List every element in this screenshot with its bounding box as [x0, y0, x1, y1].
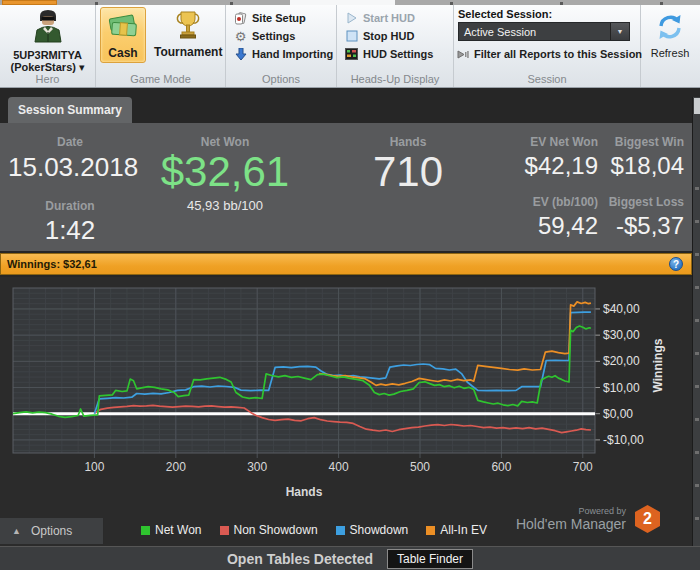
legend-item-non-showdown[interactable]: Non Showdown	[220, 523, 318, 537]
y-axis-title: Winnings	[651, 338, 665, 392]
group-label-session: Session	[454, 73, 640, 85]
date-label: Date	[8, 135, 132, 149]
legend-label: Showdown	[350, 523, 409, 537]
chart-options-label: Options	[31, 524, 72, 538]
legend-label: Non Showdown	[234, 523, 318, 537]
collapsed-side-panel[interactable]	[692, 97, 700, 546]
tab-session-summary[interactable]: Session Summary	[8, 97, 132, 123]
gear-icon: ⚙	[234, 30, 247, 43]
hero-name: 5UP3RMITYA	[13, 49, 82, 61]
net-won-label: Net Won	[140, 135, 310, 149]
side-panel-handle[interactable]	[694, 98, 700, 114]
download-arrow-icon	[234, 48, 247, 61]
refresh-icon	[655, 13, 685, 45]
group-label-hud: Heads-Up Display	[337, 73, 453, 85]
hand-importing-button[interactable]: Hand Importing	[234, 45, 330, 63]
cash-label: Cash	[108, 46, 137, 60]
refresh-label: Refresh	[651, 47, 690, 59]
date-value: 15.03.2018	[8, 152, 132, 183]
svg-text:400: 400	[329, 460, 349, 474]
chevron-down-icon[interactable]: ▼	[610, 23, 629, 40]
app-window: 5UP3RMITYA (PokerStars) ▾ Hero	[0, 0, 700, 570]
legend-swatch	[336, 526, 345, 535]
open-tables-status: Open Tables Detected	[227, 551, 373, 567]
site-setup-icon	[234, 12, 247, 25]
legend-item-net-won[interactable]: Net Won	[141, 523, 201, 537]
legend-label: Net Won	[155, 523, 201, 537]
hud-settings-label: HUD Settings	[363, 48, 433, 60]
legend-item-showdown[interactable]: Showdown	[336, 523, 409, 537]
side-panel-marks	[695, 157, 699, 537]
svg-text:$40,00: $40,00	[603, 302, 640, 316]
ev-net-won-value: $42,19	[498, 152, 598, 180]
filter-reports-label: Filter all Reports to this Session	[474, 48, 642, 60]
legend-item-all-in-ev[interactable]: All-In EV	[426, 523, 487, 537]
ev-net-won-label: EV Net Won	[498, 135, 598, 149]
ribbon-group-hud: Start HUD Stop HUD	[337, 5, 454, 87]
biggest-win-value: $18,04	[604, 152, 684, 180]
svg-text:$30,00: $30,00	[603, 328, 640, 342]
ribbon-group-refresh: Refresh	[641, 5, 699, 87]
tournament-button[interactable]: Tournament	[149, 7, 227, 63]
svg-text:500: 500	[410, 460, 430, 474]
biggest-loss-label: Biggest Loss	[604, 195, 684, 209]
site-setup-label: Site Setup	[252, 12, 306, 24]
svg-text:$20,00: $20,00	[603, 354, 640, 368]
biggest-win-label: Biggest Win	[604, 135, 684, 149]
hand-importing-label: Hand Importing	[252, 48, 333, 60]
powered-by-line1: Powered by	[516, 506, 626, 516]
svg-text:-$10,00: -$10,00	[603, 433, 644, 447]
hero-site: (PokerStars) ▾	[11, 61, 85, 73]
hero-button[interactable]: 5UP3RMITYA (PokerStars) ▾	[0, 5, 95, 73]
main-content: Session Summary Date 15.03.2018 Duration…	[0, 89, 700, 570]
winnings-header-bar[interactable]: Winnings: $32,61 ?	[0, 253, 692, 275]
svg-text:600: 600	[491, 460, 511, 474]
group-label-options: Options	[226, 73, 336, 85]
duration-label: Duration	[8, 199, 132, 213]
svg-text:$0,00: $0,00	[603, 407, 633, 421]
table-finder-button[interactable]: Table Finder	[387, 549, 473, 569]
hands-label: Hands	[348, 135, 468, 149]
settings-button[interactable]: ⚙ Settings	[234, 27, 330, 45]
legend-swatch	[141, 526, 150, 535]
site-setup-button[interactable]: Site Setup	[234, 9, 330, 27]
chart-options-button[interactable]: ▲ Options	[0, 518, 104, 544]
group-label-game-mode: Game Mode	[96, 73, 225, 85]
tournament-label: Tournament	[154, 45, 222, 59]
net-won-value: $32,61	[140, 149, 310, 195]
hud-grid-icon	[345, 48, 358, 61]
session-stats-panel: Date 15.03.2018 Duration 1:42 Net Won $3…	[0, 123, 692, 251]
play-icon	[345, 12, 358, 25]
filter-reports-button[interactable]: Filter all Reports to this Session	[454, 45, 640, 63]
open-tables-bar: Open Tables Detected Table Finder	[0, 546, 700, 570]
chevron-up-icon: ▲	[12, 526, 21, 536]
ev-bb100-label: EV (bb/100)	[498, 195, 598, 209]
stop-square-icon	[345, 30, 358, 43]
ribbon-group-options: Site Setup ⚙ Settings Hand Importing Opt…	[226, 5, 337, 87]
legend-swatch	[220, 526, 229, 535]
hero-avatar-icon	[30, 8, 66, 48]
ribbon-group-game-mode: Cash Tournament Game Mode	[96, 5, 226, 87]
net-won-bb100: 45,93 bb/100	[140, 198, 310, 213]
group-label-hero: Hero	[0, 73, 95, 85]
duration-value: 1:42	[8, 215, 132, 246]
legend-label: All-In EV	[440, 523, 487, 537]
cash-button[interactable]: Cash	[100, 7, 146, 63]
stop-hud-label: Stop HUD	[363, 30, 414, 42]
svg-text:700: 700	[573, 460, 593, 474]
stop-hud-button[interactable]: Stop HUD	[345, 27, 447, 45]
powered-by: Powered by Hold'em Manager 2	[516, 505, 660, 533]
help-icon[interactable]: ?	[669, 257, 683, 271]
ribbon-group-session: Selected Session: Active Session ▼ Filte…	[454, 5, 641, 87]
ribbon-toolbar: 5UP3RMITYA (PokerStars) ▾ Hero	[0, 5, 700, 88]
svg-text:100: 100	[84, 460, 104, 474]
svg-text:300: 300	[247, 460, 267, 474]
refresh-button[interactable]: Refresh	[641, 5, 699, 59]
powered-by-line2: Hold'em Manager	[516, 516, 626, 532]
start-hud-label: Start HUD	[363, 12, 415, 24]
hud-settings-button[interactable]: HUD Settings	[345, 45, 447, 63]
winnings-bar-label: Winnings: $32,61	[1, 258, 669, 270]
trophy-icon	[175, 10, 201, 43]
ev-bb100-value: 59,42	[498, 212, 598, 240]
session-dropdown[interactable]: Active Session ▼	[458, 22, 630, 41]
